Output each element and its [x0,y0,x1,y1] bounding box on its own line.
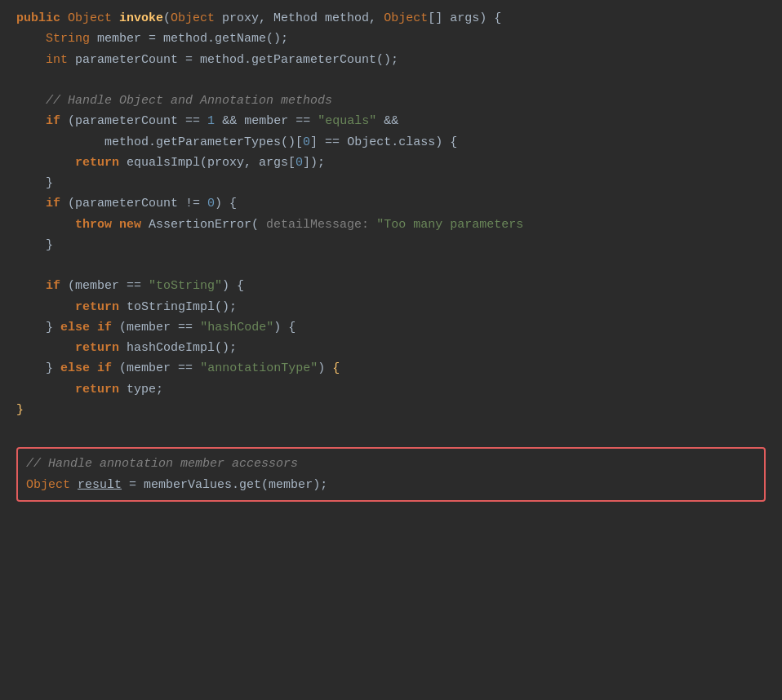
keyword-return2: return [75,298,119,317]
code-line: public Object invoke(Object proxy, Metho… [0,8,782,29]
keyword-return3: return [75,339,119,357]
indent [16,277,46,295]
num-0b: 0 [295,153,303,172]
num-0: 0 [303,133,310,152]
method-getname: method.getName(); [156,29,288,48]
indent [16,318,46,337]
code-line-empty2 [0,255,782,276]
space13 [70,476,78,494]
keyword-if: if [46,112,60,131]
code-line: return hashCodeImpl(); [0,338,782,358]
op-eqeq2: == [295,112,310,131]
indent [16,112,46,131]
code-line: int parameterCount = method.getParameter… [0,50,782,70]
close-brace4: } [46,359,60,378]
op-eqeq6: == [178,359,193,378]
cond-member2: (member [112,318,178,337]
space7 [369,215,376,234]
indent [16,359,46,378]
close-bracket: ]); [303,153,325,172]
code-editor: public Object invoke(Object proxy, Metho… [0,0,782,700]
code-line: return toStringImpl(); [0,297,782,317]
code-line: } [0,173,782,193]
space6 [112,215,119,234]
code-line: // Handle Object and Annotation methods [0,91,782,111]
method-membervalues: memberValues.get(member); [144,476,327,494]
code-line: if (member == "toString") { [0,276,782,296]
code-line: if (parameterCount == 1 && member == "eq… [0,111,782,131]
cond-member3: (member [112,359,178,378]
space15 [136,476,144,494]
indent [16,174,46,193]
brace-yellow-open: { [332,359,340,378]
method-hashcodeimpl: hashCodeImpl(); [119,339,237,357]
method-getparamtypes2: ] [310,133,325,152]
close-brace3: } [46,318,60,337]
type-method: Method [273,9,318,28]
op-eq2: = [185,51,193,69]
code-line-empty [0,70,782,91]
keyword-public: public [16,9,68,28]
method-getparamtypes: method.getParameterTypes()[ [104,133,303,152]
indent [16,133,104,152]
space9 [90,318,97,337]
code-line: throw new AssertionError( detailMessage:… [0,215,782,235]
space8 [141,277,149,295]
keyword-string: String [46,29,90,48]
cond-member: (member [60,277,127,295]
op-eqeq: == [185,112,200,131]
member-eq: member [237,112,295,131]
keyword-return: return [75,153,119,172]
space11 [90,359,97,378]
code-line: } else if (member == "hashCode") { [0,317,782,338]
keyword-object: Object [68,9,119,28]
op-eq: = [149,29,156,48]
var-type: type; [119,380,163,399]
code-line: } [0,400,782,420]
space [200,112,207,131]
keyword-object3: Object [26,476,70,494]
assertionerror: AssertionError( [141,215,259,234]
keyword-if5: if [97,359,112,378]
space3 [310,112,318,131]
code-line: return equalsImpl(proxy, args[0]); [0,153,782,173]
space10 [193,318,200,337]
cond-end3: ) { [273,318,295,337]
highlighted-code-line: Object result = memberValues.get(member)… [26,475,756,495]
indent [16,51,46,69]
op-eq3: = [129,476,136,494]
op-eqeq5: == [178,318,193,337]
code-line: return type; [0,379,782,400]
cond-end2: ) { [222,277,244,295]
indent [16,236,46,255]
var-result: result [78,476,122,494]
op-eqeq4: == [127,277,141,295]
op-neq: != [185,194,200,213]
param-args: [] args) { [428,9,501,28]
close-brace2: } [46,236,53,255]
str-annotationtype: "annotationType" [200,359,318,378]
space2 [215,112,222,131]
var-member: member [90,29,149,48]
code-line: method.getParameterTypes()[0] == Object.… [0,132,782,153]
paren-open: ( [163,9,171,28]
indent [16,380,75,399]
keyword-if3: if [46,277,60,295]
op-and: && [222,112,237,131]
indent [16,29,46,48]
keyword-new: new [119,215,141,234]
method-tostringimpl: toStringImpl(); [119,298,237,317]
str-equals: "equals" [318,112,376,131]
var-paramcount: parameterCount [68,51,185,69]
param-proxy: proxy, [215,9,273,28]
indent [16,153,75,172]
code-line: } [0,235,782,255]
code-line: String member = method.getName(); [0,29,782,49]
cond-paramcount2: (parameterCount [60,194,185,213]
cond-end: ) { [215,194,237,213]
space14 [122,476,129,494]
indent [16,91,46,110]
str-toomany: "Too many parameters [376,215,523,234]
comment-handle-annotation: // Handle annotation member accessors [26,454,298,473]
code-line-empty3 [0,420,782,441]
